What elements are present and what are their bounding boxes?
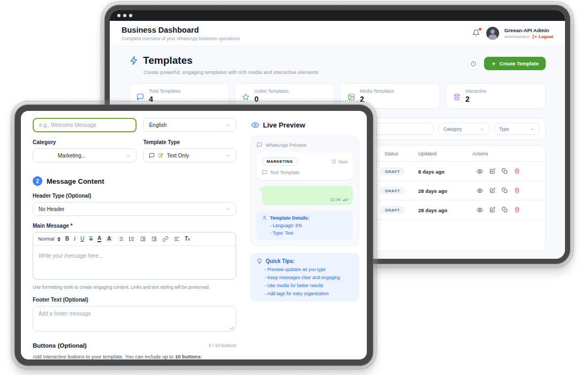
resize-grip-icon[interactable] [230,326,234,331]
updated-cell: 28 days ago [418,188,447,193]
footer-text-label: Footer Text (Optional) [33,297,236,303]
stat-value: 2 [360,95,394,103]
template-type-value: Text Only [167,153,222,159]
trash-icon [514,207,520,213]
underline-button[interactable]: U [80,236,84,242]
outdent-button[interactable] [140,236,146,242]
template-type-preview-label: Text Template [270,170,299,175]
status-badge: DRAFT [380,167,405,175]
user-name: Greean-API Admin [504,27,553,33]
create-template-button[interactable]: Create Template [484,57,546,70]
copy-icon [502,188,508,193]
clear-x: x [188,237,190,241]
lightning-icon [129,56,139,65]
stat-label: Active Templates [254,88,289,94]
note-icon [158,153,163,158]
bullet-list-button[interactable] [129,236,135,242]
chevron-down-icon [480,127,484,131]
create-template-modal-frame: English Category Marketing... Template T… [15,105,373,365]
eye-icon [477,207,483,213]
language-value: English [149,122,222,128]
window-control-dot[interactable] [129,14,132,17]
image-icon [348,93,355,101]
trash-icon [514,168,520,174]
live-preview-panel: Live Preview WhatsApp Preview MARKETING … [246,111,367,359]
edit-button[interactable] [489,207,495,213]
template-details-card: Template Details: - Language: EN - Type:… [257,211,353,240]
quick-tips-card: Quick Tips: - Preview updates as you typ… [250,253,359,302]
window-control-dot[interactable] [123,14,126,17]
message-editor-body[interactable]: Write your message here... [33,246,236,279]
col-header-status: Status [385,151,398,156]
link-button[interactable] [162,236,169,242]
edit-icon [489,207,495,213]
strikethrough-button[interactable]: S [89,236,93,242]
category-filter-select[interactable]: Category [438,123,489,135]
footer-text-area[interactable] [33,306,236,332]
notification-badge [479,28,481,31]
type-filter-select[interactable]: Type [494,123,540,135]
indent-button[interactable] [151,236,157,242]
view-button[interactable] [477,188,483,194]
type-filter-label: Type [499,126,509,132]
trash-icon [514,188,520,193]
copy-icon [502,207,508,213]
history-button[interactable] [467,57,480,70]
editor-help-text: Use formatting tools to create engaging … [33,284,236,290]
eye-icon [251,121,259,129]
col-header-actions: Actions [472,151,488,156]
mockup-canvas: Business Dashboard Complete overview of … [0,0,588,375]
template-type-label: Template Type [143,139,236,145]
chevron-down-icon [225,123,230,128]
delete-button[interactable] [514,188,520,194]
bold-button[interactable]: B [65,236,69,242]
copy-icon [502,168,508,174]
logout-button[interactable]: Logout [532,34,553,39]
view-button[interactable] [477,207,483,213]
clock-icon [331,159,336,164]
tip-item: - Preview updates as you type [265,267,353,272]
page-subtitle: Create powerful, engaging templates with… [144,69,319,75]
delete-button[interactable] [514,207,520,213]
edit-icon [489,168,495,174]
highlight-button[interactable]: A [106,236,112,242]
edit-button[interactable] [489,168,495,175]
stat-card-interactive: Interactive 2 [446,83,546,109]
notification-bell-icon[interactable] [472,29,481,38]
chevron-down-icon [530,127,534,131]
double-check-icon [342,197,349,202]
copy-button[interactable] [501,168,508,175]
buttons-section-title: Buttons (Optional) [33,342,87,349]
whatsapp-preview-label: WhatsApp Preview [266,142,306,148]
ordered-list-button[interactable] [117,236,124,242]
stat-value: 4 [149,95,180,103]
chat-icon [257,142,262,148]
person-icon [262,215,267,221]
view-button[interactable] [477,168,483,175]
italic-button[interactable]: I [74,236,76,242]
category-filter-label: Category [443,126,462,132]
category-select[interactable]: Marketing... [33,148,137,162]
time-label: Now [338,159,348,164]
text-color-button[interactable]: A [97,236,101,242]
edit-button[interactable] [489,188,495,194]
create-template-modal: English Category Marketing... Template T… [21,111,367,359]
template-name-input[interactable] [33,118,137,132]
language-select[interactable]: English [143,118,236,132]
avatar[interactable] [486,27,499,40]
clear-formatting-button[interactable]: Tx [185,236,190,242]
template-type-select[interactable]: Text Only [143,148,236,162]
logout-label: Logout [539,34,553,39]
header-type-select[interactable]: No Header [33,202,236,216]
copy-button[interactable] [501,188,508,194]
updated-cell: 28 days ago [418,207,447,213]
header-type-label: Header Type (Optional) [33,193,236,199]
window-control-dot[interactable] [117,14,120,17]
format-select[interactable]: Normal [38,236,61,242]
delete-button[interactable] [514,168,520,175]
align-button[interactable] [174,236,180,242]
tip-item: - Add tags for easy organization [265,291,353,296]
copy-button[interactable] [501,207,508,213]
hint-bold: 10 buttons [175,354,201,359]
chevron-up-down-icon [57,237,61,242]
